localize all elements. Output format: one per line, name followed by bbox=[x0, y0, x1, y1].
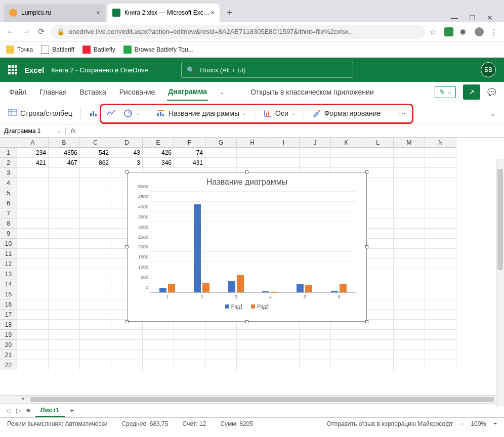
axes-button[interactable]: Оси⌄ bbox=[263, 109, 296, 118]
row-header[interactable]: 12 bbox=[0, 259, 17, 269]
cell[interactable] bbox=[17, 178, 49, 188]
row-header[interactable]: 6 bbox=[0, 198, 17, 208]
cell[interactable] bbox=[425, 219, 456, 229]
row-header[interactable]: 14 bbox=[0, 279, 17, 289]
cell[interactable]: 862 bbox=[80, 158, 111, 168]
cell[interactable] bbox=[49, 320, 80, 330]
cell[interactable] bbox=[394, 360, 425, 370]
row-header[interactable]: 5 bbox=[0, 188, 17, 198]
cell[interactable] bbox=[394, 158, 425, 168]
cell[interactable] bbox=[394, 340, 425, 350]
sheet-nav-icon[interactable]: ▷ bbox=[16, 407, 21, 414]
cell[interactable] bbox=[394, 168, 425, 178]
row-header[interactable]: 10 bbox=[0, 239, 17, 249]
cell[interactable] bbox=[394, 299, 425, 310]
zoom-out-icon[interactable]: − bbox=[460, 420, 464, 427]
cell[interactable]: 431 bbox=[174, 158, 205, 168]
cell[interactable] bbox=[17, 198, 49, 208]
row-header[interactable]: 13 bbox=[0, 269, 17, 279]
bookmark-item[interactable]: Точка bbox=[6, 46, 33, 54]
comments-icon[interactable]: 💬 bbox=[487, 88, 496, 96]
cell[interactable] bbox=[143, 350, 174, 360]
cell[interactable] bbox=[80, 320, 111, 330]
cell[interactable] bbox=[49, 310, 80, 320]
cell[interactable] bbox=[362, 299, 394, 310]
row-header[interactable]: 15 bbox=[0, 289, 17, 299]
share-button[interactable]: ↗ bbox=[463, 84, 480, 100]
cell[interactable]: 74 bbox=[174, 148, 205, 158]
column-header[interactable]: M bbox=[394, 138, 425, 148]
cell[interactable] bbox=[17, 259, 49, 269]
cell[interactable] bbox=[17, 229, 49, 239]
cell[interactable] bbox=[17, 350, 49, 360]
back-icon[interactable]: ← bbox=[5, 27, 16, 36]
cell[interactable] bbox=[425, 208, 456, 219]
bookmark-item[interactable]: Battlefly bbox=[82, 46, 115, 54]
close-tab-icon[interactable]: × bbox=[211, 9, 215, 17]
reload-icon[interactable]: ⟳ bbox=[35, 27, 47, 36]
row-header[interactable]: 19 bbox=[0, 330, 17, 340]
cell[interactable] bbox=[331, 360, 362, 370]
cell[interactable] bbox=[394, 310, 425, 320]
minimize-icon[interactable]: — bbox=[451, 14, 458, 22]
name-box[interactable]: Диаграмма 1⌄ bbox=[0, 127, 66, 135]
cell[interactable] bbox=[205, 360, 237, 370]
row-header[interactable]: 9 bbox=[0, 229, 17, 239]
cell[interactable] bbox=[17, 340, 49, 350]
cell[interactable] bbox=[268, 330, 300, 340]
row-header[interactable]: 17 bbox=[0, 310, 17, 320]
cell[interactable] bbox=[143, 340, 174, 350]
column-header[interactable]: H bbox=[237, 138, 268, 148]
cell[interactable] bbox=[174, 340, 205, 350]
chevron-down-icon[interactable]: ⌄ bbox=[219, 89, 224, 96]
bookmark-item[interactable]: Browse Battlefy Tou... bbox=[123, 46, 193, 54]
row-header[interactable]: 18 bbox=[0, 320, 17, 330]
cell[interactable] bbox=[80, 259, 111, 269]
cell[interactable] bbox=[80, 350, 111, 360]
switch-row-col-button[interactable]: Строка/столбец bbox=[8, 109, 72, 118]
cell[interactable] bbox=[143, 360, 174, 370]
bookmark-item[interactable]: Battleriff bbox=[41, 46, 74, 54]
cell[interactable] bbox=[362, 269, 394, 279]
cell[interactable] bbox=[394, 208, 425, 219]
extension-icon[interactable]: ✱ bbox=[459, 27, 469, 36]
cell[interactable] bbox=[300, 330, 331, 340]
cell[interactable] bbox=[17, 320, 49, 330]
chart-plot-area[interactable]: 0500100015002000250030003500400045005000… bbox=[150, 192, 356, 293]
star-icon[interactable]: ☆ bbox=[429, 27, 438, 36]
tab-file[interactable]: Файл bbox=[8, 84, 27, 100]
cell[interactable] bbox=[49, 219, 80, 229]
row-header[interactable]: 2 bbox=[0, 158, 17, 168]
cell[interactable] bbox=[111, 340, 143, 350]
cell[interactable] bbox=[394, 239, 425, 249]
cell[interactable] bbox=[80, 219, 111, 229]
column-header[interactable]: F bbox=[174, 138, 205, 148]
cell[interactable] bbox=[394, 198, 425, 208]
url-input[interactable]: 🔒 onedrive.live.com/edit.aspx?action=edi… bbox=[51, 25, 425, 39]
cell[interactable] bbox=[80, 310, 111, 320]
cell[interactable] bbox=[425, 198, 456, 208]
cell[interactable] bbox=[17, 208, 49, 219]
cell[interactable] bbox=[111, 360, 143, 370]
cell[interactable] bbox=[394, 289, 425, 299]
cell[interactable] bbox=[17, 249, 49, 259]
cell[interactable] bbox=[49, 299, 80, 310]
cell[interactable] bbox=[394, 188, 425, 198]
cell[interactable] bbox=[49, 360, 80, 370]
cell[interactable] bbox=[143, 330, 174, 340]
cell[interactable] bbox=[17, 269, 49, 279]
column-header[interactable]: E bbox=[143, 138, 174, 148]
row-header[interactable]: 11 bbox=[0, 249, 17, 259]
cell[interactable] bbox=[49, 178, 80, 188]
cell[interactable] bbox=[80, 229, 111, 239]
cell[interactable] bbox=[80, 239, 111, 249]
cell[interactable] bbox=[300, 350, 331, 360]
cell[interactable] bbox=[425, 239, 456, 249]
cell[interactable] bbox=[268, 360, 300, 370]
column-header[interactable]: N bbox=[425, 138, 456, 148]
cell[interactable] bbox=[394, 259, 425, 269]
cell[interactable]: 467 bbox=[49, 158, 80, 168]
cell[interactable] bbox=[394, 148, 425, 158]
cell[interactable] bbox=[425, 279, 456, 289]
cell[interactable] bbox=[362, 219, 394, 229]
